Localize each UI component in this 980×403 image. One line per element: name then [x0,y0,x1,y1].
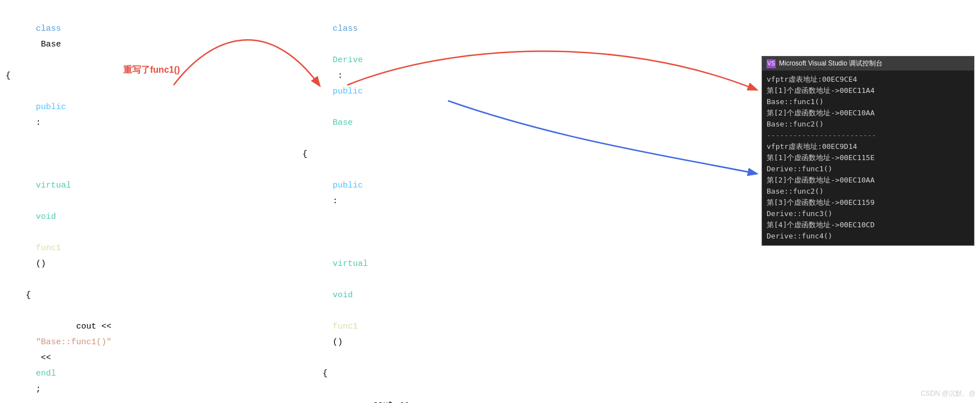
kw-public-derive2: public [333,181,363,190]
kw-virtual-d1: virtual [333,259,368,269]
console-line-15: Derive::func4() [767,231,969,242]
base-func1-semi: ; [36,385,41,394]
kw-public-derive: public [333,87,363,96]
console-line-5: Base::func2() [767,119,969,130]
annotation-rewrite: 重写了func1() [123,64,180,76]
base-func1-endl: << [36,353,56,363]
base-public-colon: : [36,118,41,128]
derive-func1-body: cout << "Derive::func1()" << endl ; [302,382,638,403]
func1-name-derive: func1 [333,322,358,331]
spd2 [333,306,338,316]
console-line-12: 第[3]个虚函数地址->00EC1159 [767,197,969,208]
kw-class-base: class [36,24,61,34]
vs-console: VS Microsoft Visual Studio 调试控制台 vfptr虚表… [762,56,974,246]
console-line-14: 第[4]个虚函数地址->00EC10CD [767,219,969,231]
sp1 [36,196,41,206]
vs-console-title: VS Microsoft Visual Studio 调试控制台 [762,57,974,71]
derive-func1-decl: virtual void func1 () [302,225,638,366]
base-line-3: public : [6,84,291,147]
kw-public-base: public [36,102,66,112]
classname-derive: Derive [333,55,363,65]
base-func1-indent [36,165,56,175]
console-line-11: Base::func2() [767,186,969,197]
sp2 [36,228,41,237]
derive-func1-indent [333,243,353,253]
derive-func1-i2: cout << [333,400,413,403]
vs-title-text: Microsoft Visual Studio 调试控制台 [779,59,883,68]
console-line-8: 第[1]个虚函数地址->00EC115E [767,152,969,163]
console-line-9: Derive::func1() [767,163,969,175]
watermark: CSDN @沉默。@ [921,389,976,399]
func1-name-base: func1 [36,243,61,253]
kw-virtual-1: virtual [36,181,71,190]
kw-void-1: void [36,212,56,222]
base-ref-name: Base [333,118,353,128]
console-line-1: vfptr虚表地址:00EC9CE4 [767,74,969,85]
derive-colon: : [333,71,348,81]
vs-icon: VS [767,59,776,68]
console-line-10: 第[2]个虚函数地址->00EC10AA [767,175,969,186]
console-line-3: Base::func1() [767,96,969,107]
base-func1-indent2: cout << [36,322,116,331]
console-line-7: vfptr虚表地址:00EC9D14 [767,141,969,152]
derive-func1-open: { [302,366,638,382]
right-class-derive: class Derive : public Base { public : vi… [302,6,638,403]
console-line-4: 第[2]个虚函数地址->00EC10AA [767,107,969,119]
base-func1-body: cout << "Base::func1()" << endl ; [6,303,291,403]
kw-class-derive: class [333,24,358,34]
console-line-2: 第[1]个虚函数地址->00EC11A4 [767,85,969,96]
func1-parens-base: () [36,259,46,269]
derive-public-colon: : [333,196,338,206]
console-line-13: Derive::func3() [767,208,969,219]
spd1 [333,275,338,284]
code-area: class Base { public : virtual void func1… [0,0,980,403]
console-line-6: ------------------------- [767,130,969,141]
sp-derive [333,40,338,49]
sp-base-ref [333,102,338,112]
func1-parens-derive: () [333,338,343,347]
vs-console-body: vfptr虚表地址:00EC9CE4 第[1]个虚函数地址->00EC11A4 … [762,71,974,245]
base-func1-decl: virtual void func1 () [6,147,291,288]
classname-base: Base [36,40,61,49]
derive-open: { [302,147,638,162]
base-line-1: class Base [6,6,291,68]
derive-public: public : [302,162,638,225]
base-func1-str: "Base::func1()" [36,338,111,347]
endl-1: endl [36,369,56,378]
derive-line-1: class Derive : public Base [302,6,638,147]
kw-void-d1: void [333,290,353,300]
base-func1-open: { [6,288,291,303]
